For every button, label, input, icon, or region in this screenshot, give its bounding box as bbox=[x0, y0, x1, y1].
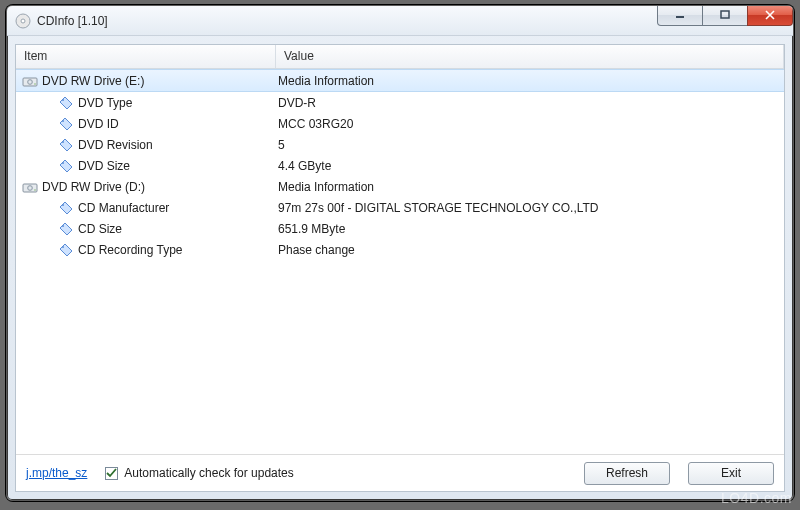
value-cell: Media Information bbox=[276, 74, 784, 88]
svg-point-11 bbox=[62, 162, 64, 164]
refresh-button[interactable]: Refresh bbox=[584, 462, 670, 485]
titlebar[interactable]: CDInfo [1.10] bbox=[7, 6, 793, 36]
minimize-button[interactable] bbox=[657, 5, 703, 26]
property-row[interactable]: DVD Revision5 bbox=[16, 134, 784, 155]
item-label: CD Recording Type bbox=[78, 243, 183, 257]
tag-icon bbox=[58, 200, 74, 216]
window-buttons bbox=[658, 5, 793, 26]
item-cell: DVD RW Drive (E:) bbox=[16, 73, 276, 89]
value-cell: Media Information bbox=[276, 180, 784, 194]
property-row[interactable]: CD Size651.9 MByte bbox=[16, 218, 784, 239]
property-row[interactable]: DVD IDMCC 03RG20 bbox=[16, 113, 784, 134]
property-row[interactable]: CD Recording TypePhase change bbox=[16, 239, 784, 260]
client-area: Item Value DVD RW Drive (E:)Media Inform… bbox=[15, 44, 785, 492]
tag-icon bbox=[58, 137, 74, 153]
close-button[interactable] bbox=[747, 5, 793, 26]
tag-icon bbox=[58, 158, 74, 174]
value-cell: 5 bbox=[276, 138, 784, 152]
property-row[interactable]: CD Manufacturer97m 27s 00f - DIGITAL STO… bbox=[16, 197, 784, 218]
svg-point-10 bbox=[62, 141, 64, 143]
value-cell: Phase change bbox=[276, 243, 784, 257]
drive-icon bbox=[22, 73, 38, 89]
column-header-item[interactable]: Item bbox=[16, 45, 276, 68]
svg-point-7 bbox=[34, 83, 35, 84]
item-label: DVD Type bbox=[78, 96, 132, 110]
svg-point-6 bbox=[29, 81, 31, 83]
column-header-value[interactable]: Value bbox=[276, 45, 784, 68]
property-row[interactable]: DVD TypeDVD-R bbox=[16, 92, 784, 113]
item-label: DVD RW Drive (D:) bbox=[42, 180, 145, 194]
item-cell: DVD Revision bbox=[16, 137, 276, 153]
app-window: CDInfo [1.10] Item Value DVD RW Drive (E… bbox=[6, 5, 794, 501]
item-label: CD Size bbox=[78, 222, 122, 236]
svg-point-14 bbox=[29, 187, 31, 189]
item-cell: CD Recording Type bbox=[16, 242, 276, 258]
svg-point-1 bbox=[21, 19, 25, 23]
website-link[interactable]: j.mp/the_sz bbox=[26, 466, 87, 480]
property-row[interactable]: DVD Size4.4 GByte bbox=[16, 155, 784, 176]
listview-body[interactable]: DVD RW Drive (E:)Media InformationDVD Ty… bbox=[16, 69, 784, 454]
svg-rect-3 bbox=[721, 11, 729, 18]
item-cell: DVD ID bbox=[16, 116, 276, 132]
item-cell: CD Manufacturer bbox=[16, 200, 276, 216]
drive-icon bbox=[22, 179, 38, 195]
item-label: DVD Size bbox=[78, 159, 130, 173]
footer-bar: j.mp/the_sz Automatically check for upda… bbox=[16, 455, 784, 491]
value-cell: 97m 27s 00f - DIGITAL STORAGE TECHNOLOGY… bbox=[276, 201, 784, 215]
value-cell: DVD-R bbox=[276, 96, 784, 110]
svg-point-18 bbox=[62, 246, 64, 248]
tag-icon bbox=[58, 242, 74, 258]
item-label: DVD RW Drive (E:) bbox=[42, 74, 144, 88]
svg-point-16 bbox=[62, 204, 64, 206]
item-label: DVD Revision bbox=[78, 138, 153, 152]
auto-update-label: Automatically check for updates bbox=[124, 466, 293, 480]
tag-icon bbox=[58, 116, 74, 132]
svg-point-8 bbox=[62, 99, 64, 101]
svg-point-15 bbox=[34, 189, 35, 190]
listview[interactable]: Item Value DVD RW Drive (E:)Media Inform… bbox=[16, 45, 784, 455]
svg-rect-2 bbox=[676, 16, 684, 18]
tag-icon bbox=[58, 221, 74, 237]
checkbox-icon bbox=[105, 467, 118, 480]
item-cell: DVD RW Drive (D:) bbox=[16, 179, 276, 195]
svg-point-17 bbox=[62, 225, 64, 227]
listview-header[interactable]: Item Value bbox=[16, 45, 784, 69]
tag-icon bbox=[58, 95, 74, 111]
item-label: DVD ID bbox=[78, 117, 119, 131]
drive-row[interactable]: DVD RW Drive (D:)Media Information bbox=[16, 176, 784, 197]
value-cell: MCC 03RG20 bbox=[276, 117, 784, 131]
app-icon bbox=[15, 13, 31, 29]
svg-point-9 bbox=[62, 120, 64, 122]
window-title: CDInfo [1.10] bbox=[37, 14, 108, 28]
item-cell: DVD Type bbox=[16, 95, 276, 111]
maximize-button[interactable] bbox=[702, 5, 748, 26]
drive-row[interactable]: DVD RW Drive (E:)Media Information bbox=[16, 69, 784, 92]
item-cell: DVD Size bbox=[16, 158, 276, 174]
value-cell: 651.9 MByte bbox=[276, 222, 784, 236]
exit-button[interactable]: Exit bbox=[688, 462, 774, 485]
value-cell: 4.4 GByte bbox=[276, 159, 784, 173]
item-cell: CD Size bbox=[16, 221, 276, 237]
auto-update-checkbox[interactable]: Automatically check for updates bbox=[105, 466, 293, 480]
item-label: CD Manufacturer bbox=[78, 201, 169, 215]
